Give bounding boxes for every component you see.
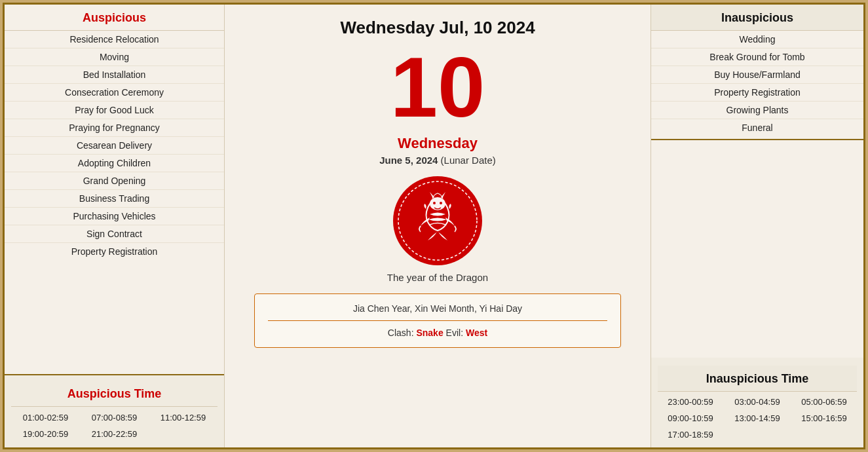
auspicious-title: Auspicious — [5, 5, 224, 31]
auspicious-activity-item: Business Trading — [5, 190, 224, 208]
auspicious-time-cell — [149, 427, 217, 441]
auspicious-time-cell: 19:00-20:59 — [11, 427, 80, 441]
auspicious-activity-item: Property Registration — [5, 243, 224, 260]
inauspicious-activity-item: Growing Plants — [651, 102, 863, 119]
auspicious-activity-item: Sign Contract — [5, 225, 224, 243]
info-line: Jia Chen Year, Xin Wei Month, Yi Hai Day — [268, 303, 607, 321]
auspicious-time-cell: 07:00-08:59 — [80, 411, 149, 424]
svg-point-5 — [440, 202, 442, 204]
svg-point-4 — [433, 202, 436, 204]
lunar-date-value: June 5, 2024 — [379, 155, 438, 166]
left-panel: Auspicious Residence RelocationMovingBed… — [5, 5, 225, 447]
clash-line: Clash: Snake Evil: West — [268, 328, 607, 338]
inauspicious-time-title: Inauspicious Time — [658, 366, 857, 392]
center-panel: Wednesday Jul, 10 2024 10 Wednesday June… — [225, 5, 651, 447]
inauspicious-time-cell: 13:00-14:59 — [725, 412, 790, 424]
inauspicious-activity-item: Wedding — [651, 31, 863, 48]
inauspicious-time-section: Inauspicious Time 23:00-00:5903:00-04:59… — [651, 358, 863, 447]
inauspicious-time-cell: 05:00-06:59 — [791, 396, 857, 408]
evil-direction: West — [466, 328, 487, 338]
date-title: Wednesday Jul, 10 2024 — [340, 18, 535, 38]
auspicious-activity-item: Pray for Good Luck — [5, 102, 224, 119]
auspicious-time-title: Auspicious Time — [11, 381, 217, 407]
inauspicious-time-cell: 23:00-00:59 — [658, 396, 723, 408]
inauspicious-section: Inauspicious WeddingBreak Ground for Tom… — [651, 5, 863, 140]
weekday-label: Wednesday — [398, 135, 478, 152]
day-number: 10 — [390, 45, 485, 130]
auspicious-time-section: Auspicious Time 01:00-02:5907:00-08:5911… — [5, 375, 224, 447]
lunar-date: June 5, 2024 (Lunar Date) — [379, 155, 496, 166]
inauspicious-time-cell: 17:00-18:59 — [658, 428, 723, 441]
lunar-date-label: (Lunar Date) — [441, 155, 496, 166]
auspicious-activity-item: Adopting Children — [5, 155, 224, 172]
auspicious-time-cell: 21:00-22:59 — [80, 427, 149, 441]
auspicious-section: Auspicious Residence RelocationMovingBed… — [5, 5, 224, 375]
inauspicious-activity-item: Buy House/Farmland — [651, 66, 863, 84]
auspicious-activity-item: Purchasing Vehicles — [5, 208, 224, 225]
auspicious-activity-item: Residence Relocation — [5, 31, 224, 48]
zodiac-label: The year of the Dragon — [387, 272, 488, 283]
auspicious-activity-item: Bed Installation — [5, 66, 224, 84]
svg-point-3 — [430, 197, 445, 210]
auspicious-time-cell: 01:00-02:59 — [11, 411, 80, 424]
inauspicious-time-cell: 03:00-04:59 — [725, 396, 790, 408]
info-box: Jia Chen Year, Xin Wei Month, Yi Hai Day… — [254, 293, 621, 348]
right-panel: Inauspicious WeddingBreak Ground for Tom… — [651, 5, 863, 447]
clash-label: Clash: — [388, 328, 414, 338]
inauspicious-time-cell: 09:00-10:59 — [658, 412, 723, 424]
inauspicious-title: Inauspicious — [651, 5, 863, 31]
auspicious-activity-item: Consecration Ceremony — [5, 84, 224, 102]
inauspicious-time-grid: 23:00-00:5903:00-04:5905:00-06:5909:00-1… — [658, 396, 857, 441]
auspicious-activity-item: Moving — [5, 48, 224, 66]
inauspicious-time-cell — [791, 428, 857, 441]
right-spacer — [651, 140, 863, 358]
inauspicious-activity-item: Funeral — [651, 119, 863, 136]
inauspicious-time-cell: 15:00-16:59 — [791, 412, 857, 424]
inauspicious-time-cell — [725, 428, 790, 441]
main-container: Auspicious Residence RelocationMovingBed… — [3, 3, 865, 449]
clash-animal: Snake — [416, 328, 443, 338]
zodiac-dragon-image — [392, 175, 483, 267]
auspicious-activity-list: Residence RelocationMovingBed Installati… — [5, 31, 224, 260]
inauspicious-activity-list: WeddingBreak Ground for TombBuy House/Fa… — [651, 31, 863, 136]
inauspicious-activity-item: Property Registration — [651, 84, 863, 102]
auspicious-activity-item: Cesarean Delivery — [5, 137, 224, 155]
auspicious-activity-item: Praying for Pregnancy — [5, 119, 224, 137]
auspicious-time-cell: 11:00-12:59 — [149, 411, 217, 424]
inauspicious-activity-item: Break Ground for Tomb — [651, 48, 863, 66]
evil-label: Evil: — [446, 328, 463, 338]
auspicious-time-grid: 01:00-02:5907:00-08:5911:00-12:5919:00-2… — [11, 411, 217, 441]
auspicious-activity-item: Grand Opening — [5, 172, 224, 190]
